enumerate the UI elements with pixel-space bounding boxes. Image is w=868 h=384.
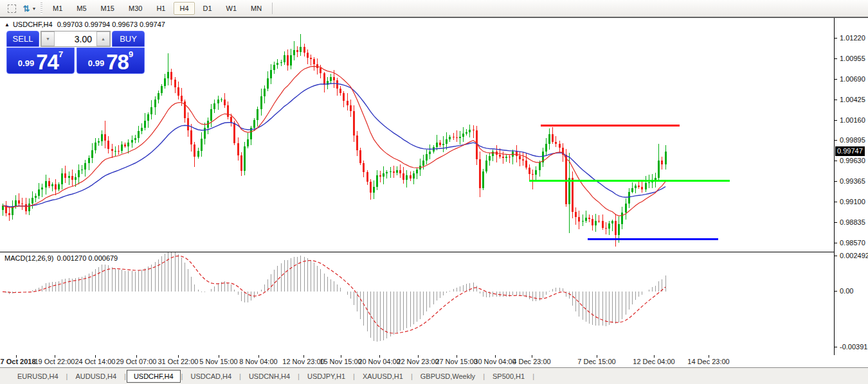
chart-tab-xauusd[interactable]: XAUUSD,H1 [356, 370, 410, 383]
timeframe-button-mn[interactable]: MN [245, 2, 267, 15]
chevron-down-icon: ▼ [32, 6, 36, 11]
time-axis-label: 31 Oct 22:00 [158, 358, 199, 365]
time-axis-label: 27 Nov 15:00 [435, 358, 477, 365]
arrange-charts-button[interactable]: ⇅ ▼ [21, 1, 38, 16]
price-axis-label: 0.98835 [840, 218, 865, 226]
sell-price-box[interactable]: 0.99 74 7 [6, 48, 75, 74]
price-tick [835, 100, 837, 100]
sell-price-big: 74 [36, 53, 59, 71]
volume-input[interactable] [55, 31, 96, 46]
time-axis-label: 7 Dec 15:00 [577, 358, 615, 365]
price-axis-label: 1.00955 [840, 55, 865, 62]
chart-tab-usdcad[interactable]: USDCAD,H4 [183, 370, 239, 383]
time-axis-label: 12 Nov 23:00 [282, 358, 324, 365]
macd-axis-label: 0.002492 [840, 252, 868, 259]
price-axis-label: 0.98570 [840, 239, 865, 247]
macd-indicator-label: MACD(12,26,9)0.001270 0.000679 [5, 254, 118, 262]
price-tick [835, 120, 837, 121]
price-axis-label: 1.01220 [840, 34, 865, 42]
chart-shift-icon [8, 4, 16, 13]
macd-name: MACD(12,26,9) [5, 254, 53, 262]
buy-button[interactable]: BUY [112, 31, 145, 47]
timeframe-button-m1[interactable]: M1 [47, 2, 68, 15]
chart-tab-eurusd[interactable]: EURUSD,H4 [10, 370, 66, 383]
tab-separator: | [411, 372, 413, 380]
timeframe-group: M1M5M15M30H1H4D1W1MN [46, 2, 269, 15]
chart-tabs-bar: EURUSD,H4|AUDUSD,H4|USDCHF,H4|USDCAD,H4|… [0, 367, 868, 384]
buy-price-big: 78 [106, 53, 129, 71]
macd-pane[interactable] [0, 252, 834, 356]
price-axis-label: 0.99630 [840, 157, 865, 164]
macd-tick [835, 291, 837, 292]
time-axis-label: 5 Nov 15:00 [199, 358, 237, 365]
time-axis[interactable]: 17 Oct 201819 Oct 22:0024 Oct 14:0029 Oc… [0, 355, 868, 367]
time-axis-label: 14 Dec 23:00 [687, 358, 729, 365]
chart-tab-gbpusd[interactable]: GBPUSD,Weekly [413, 370, 482, 383]
price-axis-label: 0.99100 [840, 198, 865, 205]
buy-price-sup: 9 [129, 49, 133, 59]
macd-tick [835, 347, 837, 347]
sell-price-sup: 7 [59, 49, 63, 59]
tab-separator: | [181, 372, 183, 380]
time-axis-label: 8 Nov 04:00 [239, 358, 277, 365]
buy-price-box[interactable]: 0.99 78 9 [77, 48, 145, 74]
chart-tab-sp500[interactable]: SP500,H1 [485, 370, 532, 383]
price-axis-label: 0.99895 [840, 136, 865, 144]
chart-tab-audusd[interactable]: AUDUSD,H4 [68, 370, 123, 383]
time-axis-label: 12 Dec 04:00 [633, 358, 674, 365]
price-tick [835, 243, 837, 243]
timeframe-button-h4[interactable]: H4 [174, 2, 194, 15]
price-tick [835, 161, 837, 161]
chart-tab-usdcnh[interactable]: USDCNH,H4 [242, 370, 297, 383]
time-axis-label: 17 Oct 2018 [0, 358, 36, 365]
price-axis-label: 1.00690 [840, 75, 865, 83]
tab-separator: | [353, 372, 355, 380]
tab-separator: | [483, 372, 485, 380]
price-tick [835, 79, 837, 80]
timeframe-button-d1[interactable]: D1 [197, 2, 218, 15]
chart-tab-usdchf[interactable]: USDCHF,H4 [127, 370, 181, 383]
tab-separator: | [66, 372, 68, 380]
buy-price-small: 0.99 [88, 58, 104, 68]
tab-separator: | [239, 372, 241, 380]
timeframe-button-m30[interactable]: M30 [123, 2, 148, 15]
time-axis-label: 30 Nov 04:00 [474, 358, 516, 365]
price-tick [835, 181, 837, 182]
current-price-badge: 0.99747 [835, 146, 865, 156]
collapse-panel-icon[interactable]: ▲ [5, 22, 10, 28]
one-click-trade-panel: SELL ▼ ▲ BUY 0.99 74 7 0.99 78 9 [6, 31, 145, 74]
symbol-label: USDCHF,H4 [13, 21, 53, 28]
volume-decrease-button[interactable]: ▼ [41, 31, 55, 46]
timeframe-button-h1[interactable]: H1 [150, 2, 171, 15]
volume-increase-button[interactable]: ▲ [96, 31, 110, 46]
price-tick [835, 58, 837, 59]
tab-separator: | [298, 372, 300, 380]
macd-axis-label: -0.003913 [840, 343, 868, 351]
time-axis-label: 15 Nov 15:00 [320, 358, 361, 365]
price-tick [835, 38, 837, 39]
ohlc-values: 0.99703 0.99794 0.99673 0.99747 [57, 21, 165, 28]
time-axis-label: 19 Oct 22:00 [35, 358, 75, 365]
toolbar-separator [272, 3, 273, 14]
timeframe-button-m15[interactable]: M15 [95, 2, 120, 15]
time-axis-label: 24 Oct 14:00 [75, 358, 116, 365]
timeframe-button-w1[interactable]: W1 [221, 2, 243, 15]
chart-shift-button[interactable] [3, 1, 20, 16]
time-axis-label: 29 Oct 07:00 [116, 358, 157, 365]
price-tick [835, 222, 837, 223]
price-axis-label: 0.99365 [840, 177, 865, 185]
price-axis-label: 1.00425 [840, 96, 865, 103]
time-axis-label: 4 Dec 23:00 [512, 358, 550, 365]
time-axis-label: 22 Nov 23:00 [397, 358, 439, 365]
time-axis-label: 20 Nov 04:00 [358, 358, 400, 365]
sell-button[interactable]: SELL [6, 31, 39, 47]
chart-tab-usdjpy[interactable]: USDJPY,H1 [300, 370, 352, 383]
price-axis[interactable]: 1.012201.009551.006901.004251.001600.998… [834, 18, 868, 356]
toolbar-grip[interactable] [41, 3, 42, 14]
top-toolbar: ⇅ ▼ M1M5M15M30H1H4D1W1MN [0, 0, 868, 17]
price-tick [835, 202, 837, 202]
price-axis-label: 1.00160 [840, 116, 865, 124]
volume-control: ▼ ▲ [41, 31, 111, 47]
tab-separator: | [532, 372, 534, 380]
timeframe-button-m5[interactable]: M5 [71, 2, 92, 15]
